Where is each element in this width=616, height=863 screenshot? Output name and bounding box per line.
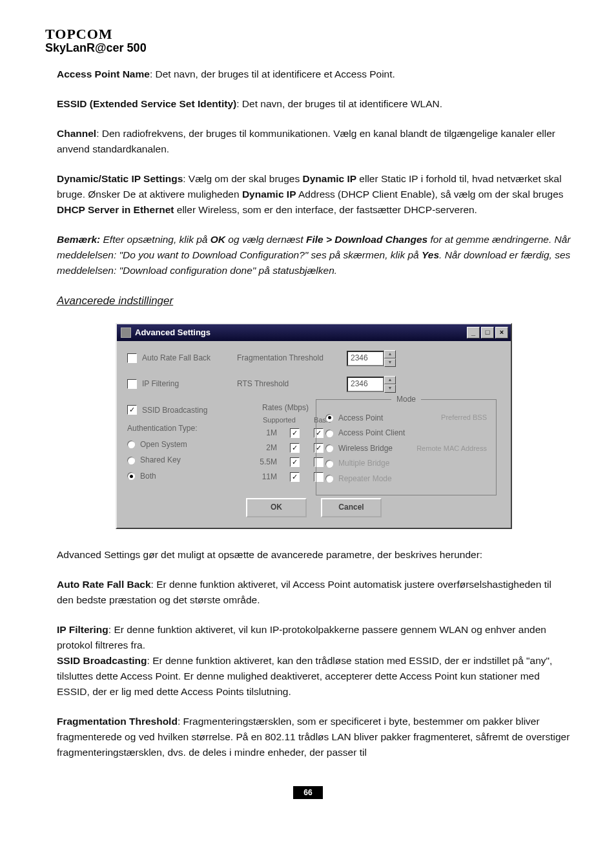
label-rate-1m: 1M	[251, 427, 277, 439]
label-ip-filtering: IP Filtering	[142, 378, 179, 390]
label-wireless-bridge: Wireless Bridge	[338, 442, 393, 455]
label-rate-2m: 2M	[251, 442, 277, 454]
frag-up-icon[interactable]: ▲	[384, 350, 396, 359]
checkbox-11m-supported[interactable]: ✓	[290, 472, 300, 482]
label-frag-threshold: Fragmentation Threshold	[237, 353, 323, 362]
text-ap-name: : Det navn, der bruges til at identifice…	[150, 68, 395, 79]
text-ipf: : Er denne funktion aktiveret, vil kun I…	[57, 624, 546, 650]
label-ap-client: Access Point Client	[338, 427, 405, 439]
label-remote-mac: Remote MAC Address	[416, 443, 487, 454]
bold-ok: OK	[210, 234, 225, 245]
text-dynstat-4: eller Wireless, som er den interface, de…	[174, 204, 477, 215]
label-rate-11m: 11M	[251, 471, 277, 483]
checkbox-ssid-broadcasting[interactable]: ✓	[127, 405, 137, 415]
label-preferred-bss: Preferred BSS	[441, 412, 487, 423]
para-arfb: Auto Rate Fall Back: Er denne funktion a…	[57, 577, 571, 608]
radio-access-point[interactable]	[325, 414, 333, 422]
dialog-icon	[121, 328, 131, 338]
radio-open-system[interactable]	[127, 441, 135, 448]
label-arfb: Auto Rate Fall Back	[57, 579, 151, 590]
label-auto-rate: Auto Rate Fall Back	[142, 352, 210, 364]
label-frag: Fragmentation Threshold	[57, 716, 178, 727]
text-essid: : Det navn, der bruges til at identifice…	[236, 98, 442, 109]
text-dynstat-1: : Vælg om der skal bruges	[183, 173, 302, 184]
checkbox-2m-supported[interactable]: ✓	[290, 443, 300, 453]
label-ap-name: Access Point Name	[57, 68, 150, 79]
minimize-button[interactable]: _	[467, 327, 480, 338]
bold-yes: Yes	[422, 249, 439, 260]
para-access-point-name: Access Point Name: Det navn, der bruges …	[57, 67, 571, 82]
label-channel: Channel	[57, 128, 96, 139]
label-mode-title: Mode	[391, 393, 421, 406]
label-note: Bemærk:	[57, 234, 100, 245]
ok-button[interactable]: OK	[246, 498, 307, 517]
bold-download-changes: File > Download Changes	[306, 234, 427, 245]
screenshot-container: Advanced Settings _ □ × Auto Rate Fall B…	[57, 323, 571, 529]
label-open-system: Open System	[140, 439, 187, 451]
checkbox-ip-filtering[interactable]	[127, 379, 137, 389]
radio-repeater-mode[interactable]	[325, 475, 333, 483]
bold-dynamic-ip-2: Dynamic IP	[242, 189, 296, 200]
bold-dynamic-ip-1: Dynamic IP	[302, 173, 356, 184]
label-access-point: Access Point	[338, 412, 383, 424]
label-essid: ESSID (Extended Service Set Identity)	[57, 98, 236, 109]
model-name: SkyLanR@cer 500	[45, 41, 571, 55]
dialog-title: Advanced Settings	[135, 326, 210, 339]
spinner-frag-threshold[interactable]: 2346 ▲ ▼	[347, 350, 396, 367]
radio-wireless-bridge[interactable]	[325, 444, 333, 452]
radio-both[interactable]	[127, 472, 135, 480]
dialog-titlebar: Advanced Settings _ □ ×	[117, 324, 511, 341]
maximize-button[interactable]: □	[481, 327, 494, 338]
radio-shared-key[interactable]	[127, 457, 135, 464]
page-header: TOPCOM SkyLanR@cer 500	[45, 26, 571, 55]
para-channel: Channel: Den radiofrekvens, der bruges t…	[57, 126, 571, 157]
advanced-settings-dialog: Advanced Settings _ □ × Auto Rate Fall B…	[116, 323, 512, 529]
para-essid: ESSID (Extended Service Set Identity): D…	[57, 96, 571, 112]
section-title-advanced: Avancerede indstillinger	[57, 293, 571, 309]
close-button[interactable]: ×	[495, 327, 508, 338]
para-ipf-ssid: IP Filtering: Er denne funktion aktivere…	[57, 622, 571, 700]
label-ssid: SSID Broadcasting	[57, 655, 147, 666]
para-adv-intro: Advanced Settings gør det muligt at opsæ…	[57, 547, 571, 563]
label-rate-5m: 5.5M	[251, 456, 277, 468]
para-note: Bemærk: Efter opsætning, klik på OK og v…	[57, 232, 571, 278]
rts-up-icon[interactable]: ▲	[384, 376, 396, 384]
checkbox-1m-supported[interactable]: ✓	[290, 428, 300, 438]
para-dynstat: Dynamic/Static IP Settings: Vælg om der …	[57, 171, 571, 218]
page-number-value: 66	[293, 786, 322, 799]
text-channel: : Den radiofrekvens, der bruges til komm…	[57, 128, 555, 154]
rts-down-icon[interactable]: ▼	[384, 384, 396, 393]
page-number: 66	[45, 786, 571, 798]
checkbox-5m-supported[interactable]: ✓	[290, 457, 300, 467]
label-both: Both	[140, 470, 156, 483]
label-shared-key: Shared Key	[140, 454, 181, 466]
text-note-2: og vælg dernæst	[225, 234, 306, 245]
para-frag: Fragmentation Threshold: Fragmenteringst…	[57, 714, 571, 760]
spinner-rts-threshold[interactable]: 2346 ▲ ▼	[347, 376, 396, 393]
radio-ap-client[interactable]	[325, 430, 333, 437]
label-multiple-bridge: Multiple Bridge	[338, 457, 389, 470]
brand-name: TOPCOM	[45, 26, 571, 43]
input-rts-value[interactable]: 2346	[347, 377, 384, 392]
bold-dhcp-server: DHCP Server in Ethernet	[57, 204, 174, 215]
label-repeater-mode: Repeater Mode	[338, 473, 392, 485]
body-content: Access Point Name: Det navn, der bruges …	[45, 67, 571, 760]
mode-groupbox: Mode Access Point Preferred BSS Access P…	[316, 399, 497, 495]
cancel-button[interactable]: Cancel	[321, 498, 382, 517]
input-frag-value[interactable]: 2346	[347, 351, 384, 366]
label-auth-type: Authentication Type:	[127, 422, 237, 435]
checkbox-auto-rate[interactable]	[127, 353, 137, 363]
label-dynstat: Dynamic/Static IP Settings	[57, 173, 183, 184]
label-ipf: IP Filtering	[57, 624, 108, 635]
label-rts-threshold: RTS Threshold	[237, 379, 289, 388]
text-dynstat-3: Address (DHCP Client Enable), så vælg om…	[296, 189, 563, 200]
radio-multiple-bridge[interactable]	[325, 460, 333, 468]
label-supported: Supported	[263, 415, 296, 426]
label-ssid-broadcasting: SSID Broadcasting	[142, 404, 207, 417]
text-note-1: Efter opsætning, klik på	[100, 234, 210, 245]
frag-down-icon[interactable]: ▼	[384, 359, 396, 367]
